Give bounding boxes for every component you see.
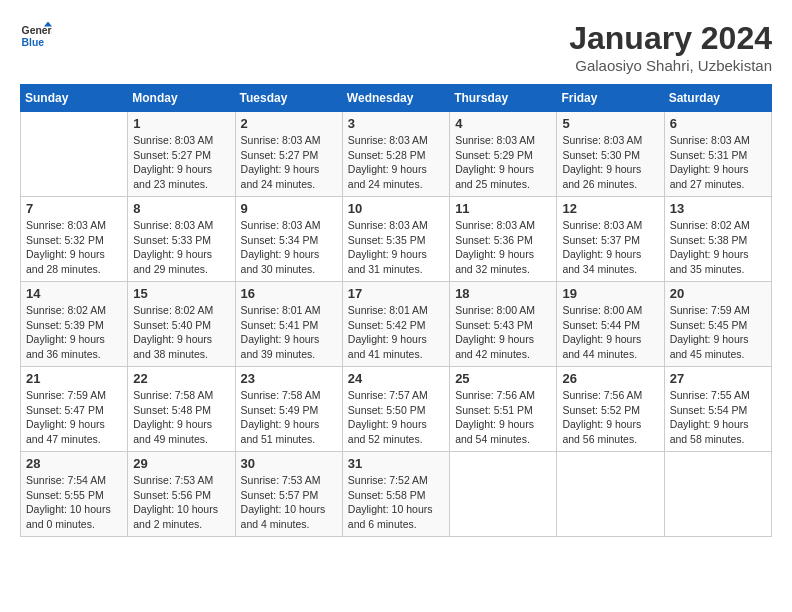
svg-marker-2 xyxy=(44,22,52,27)
calendar-cell: 3Sunrise: 8:03 AMSunset: 5:28 PMDaylight… xyxy=(342,112,449,197)
calendar-cell: 26Sunrise: 7:56 AMSunset: 5:52 PMDayligh… xyxy=(557,367,664,452)
month-title: January 2024 xyxy=(569,20,772,57)
week-row-5: 28Sunrise: 7:54 AMSunset: 5:55 PMDayligh… xyxy=(21,452,772,537)
calendar-cell xyxy=(21,112,128,197)
day-number: 12 xyxy=(562,201,658,216)
day-number: 11 xyxy=(455,201,551,216)
calendar-cell: 22Sunrise: 7:58 AMSunset: 5:48 PMDayligh… xyxy=(128,367,235,452)
day-info: Sunrise: 8:01 AMSunset: 5:42 PMDaylight:… xyxy=(348,303,444,362)
day-info: Sunrise: 7:58 AMSunset: 5:49 PMDaylight:… xyxy=(241,388,337,447)
calendar-cell: 9Sunrise: 8:03 AMSunset: 5:34 PMDaylight… xyxy=(235,197,342,282)
day-info: Sunrise: 7:56 AMSunset: 5:52 PMDaylight:… xyxy=(562,388,658,447)
day-number: 10 xyxy=(348,201,444,216)
day-number: 1 xyxy=(133,116,229,131)
day-info: Sunrise: 8:02 AMSunset: 5:38 PMDaylight:… xyxy=(670,218,766,277)
calendar-cell: 20Sunrise: 7:59 AMSunset: 5:45 PMDayligh… xyxy=(664,282,771,367)
calendar-cell xyxy=(557,452,664,537)
calendar-cell: 8Sunrise: 8:03 AMSunset: 5:33 PMDaylight… xyxy=(128,197,235,282)
calendar-cell: 31Sunrise: 7:52 AMSunset: 5:58 PMDayligh… xyxy=(342,452,449,537)
day-number: 18 xyxy=(455,286,551,301)
calendar-cell: 5Sunrise: 8:03 AMSunset: 5:30 PMDaylight… xyxy=(557,112,664,197)
day-info: Sunrise: 7:54 AMSunset: 5:55 PMDaylight:… xyxy=(26,473,122,532)
calendar-cell: 29Sunrise: 7:53 AMSunset: 5:56 PMDayligh… xyxy=(128,452,235,537)
calendar-cell: 24Sunrise: 7:57 AMSunset: 5:50 PMDayligh… xyxy=(342,367,449,452)
calendar-cell: 4Sunrise: 8:03 AMSunset: 5:29 PMDaylight… xyxy=(450,112,557,197)
calendar-cell: 28Sunrise: 7:54 AMSunset: 5:55 PMDayligh… xyxy=(21,452,128,537)
calendar-cell xyxy=(450,452,557,537)
calendar-cell: 25Sunrise: 7:56 AMSunset: 5:51 PMDayligh… xyxy=(450,367,557,452)
day-info: Sunrise: 8:00 AMSunset: 5:44 PMDaylight:… xyxy=(562,303,658,362)
day-info: Sunrise: 7:53 AMSunset: 5:57 PMDaylight:… xyxy=(241,473,337,532)
day-info: Sunrise: 8:03 AMSunset: 5:34 PMDaylight:… xyxy=(241,218,337,277)
calendar-cell: 1Sunrise: 8:03 AMSunset: 5:27 PMDaylight… xyxy=(128,112,235,197)
day-info: Sunrise: 8:03 AMSunset: 5:37 PMDaylight:… xyxy=(562,218,658,277)
calendar-cell: 18Sunrise: 8:00 AMSunset: 5:43 PMDayligh… xyxy=(450,282,557,367)
day-header-monday: Monday xyxy=(128,85,235,112)
day-header-sunday: Sunday xyxy=(21,85,128,112)
day-info: Sunrise: 8:03 AMSunset: 5:32 PMDaylight:… xyxy=(26,218,122,277)
calendar-cell: 10Sunrise: 8:03 AMSunset: 5:35 PMDayligh… xyxy=(342,197,449,282)
day-number: 19 xyxy=(562,286,658,301)
day-number: 3 xyxy=(348,116,444,131)
day-number: 7 xyxy=(26,201,122,216)
day-number: 26 xyxy=(562,371,658,386)
day-info: Sunrise: 8:02 AMSunset: 5:40 PMDaylight:… xyxy=(133,303,229,362)
day-info: Sunrise: 8:03 AMSunset: 5:33 PMDaylight:… xyxy=(133,218,229,277)
calendar-cell: 13Sunrise: 8:02 AMSunset: 5:38 PMDayligh… xyxy=(664,197,771,282)
day-info: Sunrise: 8:03 AMSunset: 5:36 PMDaylight:… xyxy=(455,218,551,277)
logo-icon: General Blue xyxy=(20,20,52,52)
day-info: Sunrise: 8:03 AMSunset: 5:27 PMDaylight:… xyxy=(241,133,337,192)
calendar-cell: 16Sunrise: 8:01 AMSunset: 5:41 PMDayligh… xyxy=(235,282,342,367)
day-number: 28 xyxy=(26,456,122,471)
calendar-cell: 30Sunrise: 7:53 AMSunset: 5:57 PMDayligh… xyxy=(235,452,342,537)
day-number: 8 xyxy=(133,201,229,216)
day-info: Sunrise: 8:03 AMSunset: 5:27 PMDaylight:… xyxy=(133,133,229,192)
day-number: 16 xyxy=(241,286,337,301)
day-info: Sunrise: 7:53 AMSunset: 5:56 PMDaylight:… xyxy=(133,473,229,532)
svg-text:General: General xyxy=(22,25,52,36)
calendar-cell: 11Sunrise: 8:03 AMSunset: 5:36 PMDayligh… xyxy=(450,197,557,282)
calendar-cell: 19Sunrise: 8:00 AMSunset: 5:44 PMDayligh… xyxy=(557,282,664,367)
logo: General Blue xyxy=(20,20,52,52)
day-number: 15 xyxy=(133,286,229,301)
day-info: Sunrise: 7:59 AMSunset: 5:45 PMDaylight:… xyxy=(670,303,766,362)
week-row-4: 21Sunrise: 7:59 AMSunset: 5:47 PMDayligh… xyxy=(21,367,772,452)
day-number: 21 xyxy=(26,371,122,386)
calendar-cell: 7Sunrise: 8:03 AMSunset: 5:32 PMDaylight… xyxy=(21,197,128,282)
day-info: Sunrise: 7:59 AMSunset: 5:47 PMDaylight:… xyxy=(26,388,122,447)
day-info: Sunrise: 8:03 AMSunset: 5:28 PMDaylight:… xyxy=(348,133,444,192)
day-number: 23 xyxy=(241,371,337,386)
calendar-cell: 23Sunrise: 7:58 AMSunset: 5:49 PMDayligh… xyxy=(235,367,342,452)
day-header-saturday: Saturday xyxy=(664,85,771,112)
day-info: Sunrise: 8:01 AMSunset: 5:41 PMDaylight:… xyxy=(241,303,337,362)
day-info: Sunrise: 8:03 AMSunset: 5:35 PMDaylight:… xyxy=(348,218,444,277)
day-number: 9 xyxy=(241,201,337,216)
page-header: General Blue January 2024 Galaosiyo Shah… xyxy=(20,20,772,74)
day-info: Sunrise: 8:03 AMSunset: 5:30 PMDaylight:… xyxy=(562,133,658,192)
week-row-3: 14Sunrise: 8:02 AMSunset: 5:39 PMDayligh… xyxy=(21,282,772,367)
svg-text:Blue: Blue xyxy=(22,37,45,48)
calendar-cell: 12Sunrise: 8:03 AMSunset: 5:37 PMDayligh… xyxy=(557,197,664,282)
day-number: 25 xyxy=(455,371,551,386)
calendar-table: SundayMondayTuesdayWednesdayThursdayFrid… xyxy=(20,84,772,537)
day-header-thursday: Thursday xyxy=(450,85,557,112)
week-row-2: 7Sunrise: 8:03 AMSunset: 5:32 PMDaylight… xyxy=(21,197,772,282)
day-header-tuesday: Tuesday xyxy=(235,85,342,112)
day-info: Sunrise: 7:52 AMSunset: 5:58 PMDaylight:… xyxy=(348,473,444,532)
day-number: 17 xyxy=(348,286,444,301)
day-number: 5 xyxy=(562,116,658,131)
day-number: 31 xyxy=(348,456,444,471)
day-info: Sunrise: 7:57 AMSunset: 5:50 PMDaylight:… xyxy=(348,388,444,447)
calendar-cell xyxy=(664,452,771,537)
calendar-cell: 27Sunrise: 7:55 AMSunset: 5:54 PMDayligh… xyxy=(664,367,771,452)
day-info: Sunrise: 7:56 AMSunset: 5:51 PMDaylight:… xyxy=(455,388,551,447)
day-number: 29 xyxy=(133,456,229,471)
calendar-cell: 14Sunrise: 8:02 AMSunset: 5:39 PMDayligh… xyxy=(21,282,128,367)
title-block: January 2024 Galaosiyo Shahri, Uzbekista… xyxy=(569,20,772,74)
day-number: 27 xyxy=(670,371,766,386)
calendar-cell: 17Sunrise: 8:01 AMSunset: 5:42 PMDayligh… xyxy=(342,282,449,367)
day-info: Sunrise: 8:00 AMSunset: 5:43 PMDaylight:… xyxy=(455,303,551,362)
day-number: 20 xyxy=(670,286,766,301)
day-number: 4 xyxy=(455,116,551,131)
day-number: 30 xyxy=(241,456,337,471)
